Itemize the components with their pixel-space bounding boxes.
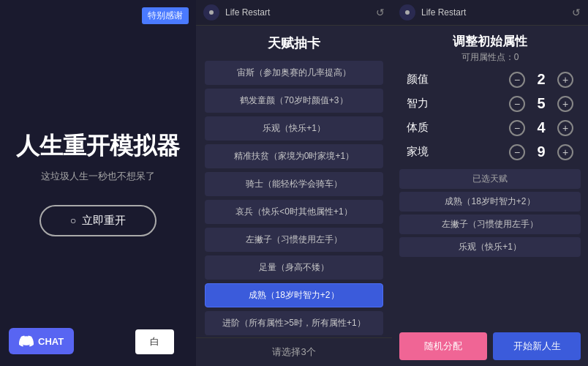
talent-item[interactable]: 哀兵（快乐<0时其他属性+1） bbox=[205, 200, 383, 224]
talent-item[interactable]: 精准扶贫（家境为0时家境+1） bbox=[205, 144, 383, 168]
middle-panel-title: 天赋抽卡 bbox=[196, 26, 392, 58]
attr-title: 调整初始属性 bbox=[392, 26, 588, 51]
white-button[interactable]: 白 bbox=[135, 329, 174, 354]
attr-decrease-button[interactable]: − bbox=[509, 120, 525, 136]
middle-panel: Life Restart ↺ 天赋抽卡 宙斯（参加奥赛的几率提高）鹤发童颜（70… bbox=[196, 0, 392, 366]
left-panel: 特别感谢 人生重开模拟器 这垃圾人生一秒也不想呆了 立即重开 CHAT 白 bbox=[0, 0, 196, 366]
main-title: 人生重开模拟器 bbox=[16, 130, 180, 163]
middle-footer: 请选择3个 bbox=[196, 337, 392, 366]
talent-item[interactable]: 进阶（所有属性>5时，所有属性+1） bbox=[205, 311, 383, 335]
right-reload-icon[interactable]: ↺ bbox=[572, 7, 581, 18]
attr-row: 家境 − 9 + bbox=[407, 143, 573, 160]
attr-points: 可用属性点：0 bbox=[392, 51, 588, 64]
talent-item[interactable]: 足量（身高不矮） bbox=[205, 255, 383, 280]
discord-chat-button[interactable]: CHAT bbox=[9, 328, 74, 354]
middle-window-title: Life Restart bbox=[225, 7, 370, 18]
attr-control: − 4 + bbox=[509, 119, 573, 136]
start-button[interactable]: 开始新人生 bbox=[493, 332, 581, 360]
right-header: Life Restart ↺ bbox=[392, 0, 588, 26]
talent-item[interactable]: 左撇子（习惯使用左手） bbox=[205, 228, 383, 252]
random-button[interactable]: 随机分配 bbox=[399, 332, 487, 360]
attr-control: − 2 + bbox=[509, 71, 573, 88]
right-panel: Life Restart ↺ 调整初始属性 可用属性点：0 颜值 − 2 + 智… bbox=[392, 0, 588, 366]
attr-decrease-button[interactable]: − bbox=[509, 72, 525, 88]
attr-row: 颜值 − 2 + bbox=[407, 71, 573, 88]
right-header-icon bbox=[399, 4, 415, 20]
discord-label: CHAT bbox=[38, 336, 64, 347]
attr-control: − 5 + bbox=[509, 95, 573, 112]
right-window-title: Life Restart bbox=[421, 7, 566, 18]
attr-control: − 9 + bbox=[509, 143, 573, 160]
attr-name: 颜值 bbox=[407, 72, 443, 86]
selected-talent-item: 乐观（快乐+1） bbox=[399, 237, 581, 257]
talent-item[interactable]: 乐观（快乐+1） bbox=[205, 116, 383, 141]
discord-icon bbox=[19, 334, 34, 348]
attr-increase-button[interactable]: + bbox=[557, 120, 573, 136]
selected-talents-section: 已选天赋成熟（18岁时智力+2）左撇子（习惯使用左手）乐观（快乐+1） bbox=[399, 169, 581, 257]
attr-name: 体质 bbox=[407, 121, 443, 135]
selected-talent-item: 左撇子（习惯使用左手） bbox=[399, 214, 581, 234]
attr-row: 智力 − 5 + bbox=[407, 95, 573, 112]
attr-value: 2 bbox=[531, 71, 551, 88]
selected-talents-label: 已选天赋 bbox=[399, 169, 581, 189]
attr-value: 5 bbox=[531, 95, 551, 112]
svg-point-0 bbox=[209, 10, 214, 15]
attr-name: 家境 bbox=[407, 145, 443, 159]
attr-decrease-button[interactable]: − bbox=[509, 96, 525, 112]
restart-button[interactable]: 立即重开 bbox=[39, 205, 157, 236]
attr-value: 4 bbox=[531, 119, 551, 136]
special-badge: 特别感谢 bbox=[142, 7, 189, 24]
paw-icon bbox=[207, 8, 216, 17]
attr-decrease-button[interactable]: − bbox=[509, 144, 525, 160]
selected-talent-item: 成熟（18岁时智力+2） bbox=[399, 192, 581, 212]
talent-item[interactable]: 成熟（18岁时智力+2） bbox=[205, 283, 383, 307]
attr-value: 9 bbox=[531, 143, 551, 160]
middle-header: Life Restart ↺ bbox=[196, 0, 392, 26]
middle-reload-icon[interactable]: ↺ bbox=[376, 7, 385, 18]
attr-list: 颜值 − 2 + 智力 − 5 + 体质 − 4 + 家境 − bbox=[392, 71, 588, 160]
talent-item[interactable]: 骑士（能轻松学会骑车） bbox=[205, 172, 383, 196]
middle-header-icon bbox=[203, 4, 219, 20]
attr-name: 智力 bbox=[407, 97, 443, 111]
attr-increase-button[interactable]: + bbox=[557, 72, 573, 88]
svg-point-1 bbox=[405, 10, 410, 15]
attr-increase-button[interactable]: + bbox=[557, 96, 573, 112]
attr-increase-button[interactable]: + bbox=[557, 144, 573, 160]
right-footer: 随机分配 开始新人生 bbox=[392, 326, 588, 366]
paw-icon-right bbox=[403, 8, 412, 17]
talent-list: 宙斯（参加奥赛的几率提高）鹤发童颜（70岁时颜值+3）乐观（快乐+1）精准扶贫（… bbox=[196, 58, 392, 337]
attr-row: 体质 − 4 + bbox=[407, 119, 573, 136]
talent-item[interactable]: 宙斯（参加奥赛的几率提高） bbox=[205, 61, 383, 85]
sub-title: 这垃圾人生一秒也不想呆了 bbox=[41, 170, 155, 183]
talent-item[interactable]: 鹤发童颜（70岁时颜值+3） bbox=[205, 89, 383, 113]
